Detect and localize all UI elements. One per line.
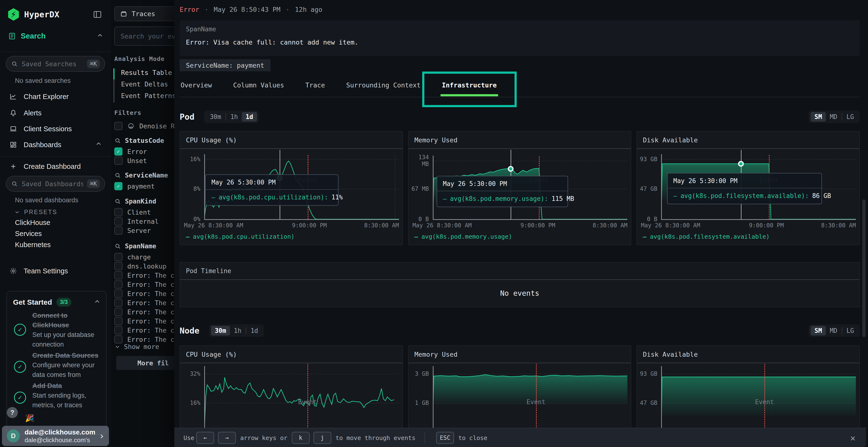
search-icon[interactable] — [114, 172, 121, 179]
checkbox[interactable] — [114, 326, 123, 334]
brand[interactable]: ⚡ HyperDX — [7, 8, 60, 21]
k-key[interactable]: k — [292, 432, 310, 444]
analysis-mode-event-patterns[interactable]: Event Patterns — [121, 92, 174, 100]
chart-plot[interactable]: 16%8%0% EventMay 26 5:30:00 PM—avg(k8s.p… — [180, 148, 402, 220]
esc-key[interactable]: ESC — [436, 432, 454, 444]
event-search-box[interactable] — [114, 27, 174, 46]
node-range-1h[interactable]: 1h — [230, 326, 245, 336]
create-dashboard-button[interactable]: Create Dashboard — [0, 160, 111, 173]
checkbox[interactable] — [114, 317, 123, 325]
node-size-md[interactable]: MD — [826, 326, 841, 336]
tab-infrastructure[interactable]: Infrastructure — [441, 74, 498, 96]
filter-option[interactable]: Error: The cr — [114, 317, 174, 325]
scrollbar-thumb[interactable] — [862, 199, 866, 337]
chart-plot[interactable]: 93 GB47 GB0 B EventMay 26 5:30:00 PM—avg… — [637, 148, 859, 220]
node-range-30m[interactable]: 30m — [211, 326, 230, 336]
checkbox[interactable] — [114, 299, 123, 307]
saved-dashboards-input[interactable]: ⌘K — [6, 176, 105, 192]
checkbox[interactable] — [114, 335, 123, 343]
help-button[interactable]: ? — [7, 407, 18, 418]
node-size-sm[interactable]: SM — [811, 326, 826, 336]
sidebar-item-client-sessions[interactable]: Client Sessions — [0, 122, 111, 136]
chart-plot[interactable]: 134 MB67 MB0 B EventMay 26 5:30:00 PM—av… — [409, 148, 631, 220]
tab-overview[interactable]: Overview — [180, 74, 213, 96]
checkbox[interactable] — [114, 280, 123, 288]
pod-size-lg[interactable]: LG — [843, 112, 858, 122]
checkbox[interactable] — [114, 262, 123, 270]
saved-dashboards-field[interactable] — [21, 180, 84, 188]
filter-option[interactable]: Unset — [114, 157, 147, 165]
preset-kubernetes[interactable]: Kubernetes — [15, 241, 51, 249]
sidebar-item-team-settings[interactable]: Team Settings — [0, 264, 111, 278]
pod-size-md[interactable]: MD — [826, 112, 841, 122]
show-more-button[interactable]: Show more — [114, 343, 159, 350]
chevron-up-icon[interactable] — [94, 298, 101, 306]
source-select[interactable]: Traces — [114, 6, 174, 21]
close-icon[interactable]: ✕ — [850, 428, 856, 447]
saved-searches-field[interactable] — [21, 60, 84, 68]
arrow-right-key[interactable]: → — [218, 432, 236, 444]
sidebar-item-search[interactable]: Search — [8, 32, 104, 40]
analysis-mode-event-deltas[interactable]: Event Deltas — [121, 80, 168, 88]
filter-option[interactable]: Client — [114, 208, 151, 216]
node-size-lg[interactable]: LG — [843, 326, 858, 336]
filter-option[interactable]: charge — [114, 253, 151, 261]
node-range-1d[interactable]: 1d — [247, 326, 262, 336]
search-icon[interactable] — [114, 243, 121, 249]
sidebar-item-alerts[interactable]: Alerts — [0, 106, 111, 120]
denoise-checkbox[interactable] — [114, 122, 123, 130]
service-name-chip[interactable]: ServiceName: payment — [180, 59, 271, 71]
presets-toggle[interactable]: PRESETS — [14, 209, 57, 215]
y-tick-label: 93 GB — [640, 156, 657, 163]
filter-option[interactable]: ✓payment — [114, 182, 155, 190]
search-icon[interactable] — [114, 198, 121, 205]
filter-option[interactable]: Error: The cr — [114, 308, 174, 316]
saved-searches-input[interactable]: ⌘K — [6, 56, 105, 72]
arrow-left-key[interactable]: ← — [196, 432, 214, 444]
checkbox[interactable] — [114, 271, 123, 279]
filter-option[interactable]: Internal — [114, 217, 159, 226]
user-menu[interactable]: D dale@clickhouse.com dale@clickhouse.co… — [2, 426, 109, 446]
filter-option[interactable]: dns.lookup — [114, 262, 166, 270]
checkbox[interactable]: ✓ — [114, 182, 123, 190]
checkbox[interactable]: ✓ — [114, 147, 123, 156]
checkbox[interactable] — [114, 253, 123, 261]
preset-services[interactable]: Services — [15, 230, 42, 238]
y-axis-line — [433, 156, 434, 219]
pod-range-1d[interactable]: 1d — [242, 112, 257, 122]
filter-option[interactable]: Error: The cr — [114, 299, 174, 307]
tab-trace[interactable]: Trace — [304, 74, 326, 96]
filter-option[interactable]: ✓Error — [114, 147, 147, 156]
sidebar-collapse-icon[interactable] — [93, 10, 102, 20]
more-filters-button[interactable]: More fil — [116, 356, 174, 370]
denoise-toggle[interactable]: Denoise Re — [114, 122, 174, 130]
checkbox[interactable] — [114, 308, 123, 316]
checkbox[interactable] — [114, 227, 123, 235]
event-search-input[interactable] — [120, 32, 174, 40]
tab-column-values[interactable]: Column Values — [232, 74, 285, 96]
checkbox[interactable] — [114, 157, 123, 165]
pod-range-30m[interactable]: 30m — [206, 112, 225, 122]
tab-surrounding-context[interactable]: Surrounding Context — [345, 74, 422, 96]
checkbox[interactable] — [114, 289, 123, 298]
filter-option[interactable]: Error: The cr — [114, 271, 174, 279]
pod-size-sm[interactable]: SM — [811, 112, 826, 122]
chevron-up-icon[interactable] — [96, 32, 104, 40]
chart-legend[interactable]: — avg(k8s.pod.memory.usage) — [414, 233, 512, 240]
pod-range-1h[interactable]: 1h — [226, 112, 242, 122]
filter-option[interactable]: Error: The cr — [114, 335, 174, 343]
chart-legend[interactable]: — avg(k8s.pod.filesystem.available) — [643, 233, 770, 240]
filter-option[interactable]: Server — [114, 227, 151, 235]
checkbox[interactable] — [114, 208, 123, 216]
sidebar-item-chart-explorer[interactable]: Chart Explorer — [0, 90, 111, 104]
search-icon[interactable] — [114, 137, 121, 144]
chart-legend[interactable]: — avg(k8s.pod.cpu.utilization) — [186, 233, 294, 240]
filter-option[interactable]: Error: The cr — [114, 289, 174, 298]
filter-option[interactable]: Error: The cr — [114, 326, 174, 334]
preset-clickhouse[interactable]: ClickHouse — [15, 219, 51, 227]
j-key[interactable]: j — [313, 432, 331, 444]
sidebar-item-dashboards[interactable]: Dashboards — [0, 138, 111, 152]
checkbox[interactable] — [114, 217, 123, 226]
filter-option[interactable]: Error: The cr — [114, 280, 174, 288]
analysis-mode-results-table[interactable]: Results Table — [121, 69, 172, 76]
